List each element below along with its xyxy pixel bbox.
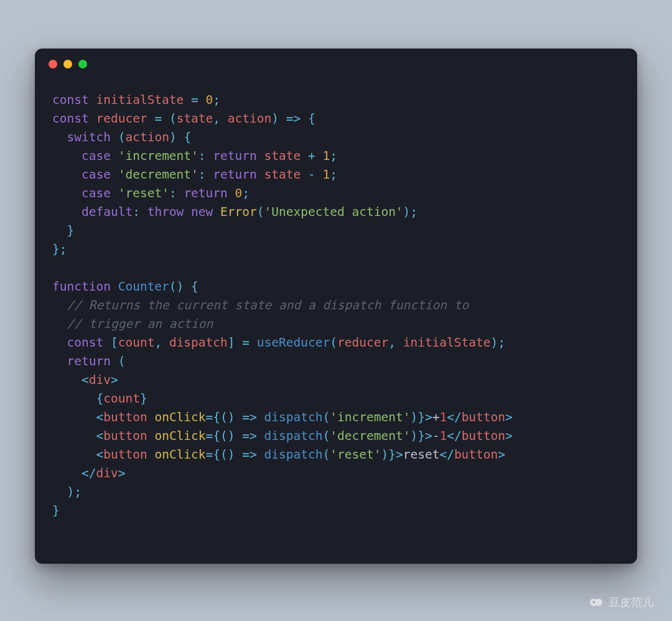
wechat-icon [590,597,604,608]
code-window: const initialState = 0;const reducer = (… [35,49,637,564]
maximize-icon[interactable] [78,60,87,68]
close-icon[interactable] [49,60,57,68]
watermark-text: 豆皮范儿 [609,595,653,610]
window-titlebar [35,49,637,80]
minimize-icon[interactable] [63,60,72,68]
watermark: 豆皮范儿 [590,595,653,610]
code-editor-content: const initialState = 0;const reducer = (… [35,80,637,538]
